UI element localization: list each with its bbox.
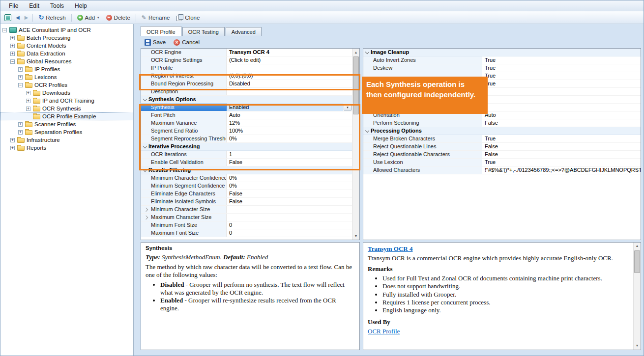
property-value[interactable]: True [482,72,641,80]
rename-button[interactable]: ✎ Rename [138,13,174,23]
tree-item-ocr-synthesis[interactable]: +OCR Synthesis [0,105,133,112]
default-value-link[interactable]: Enabled [247,253,268,261]
tree-item-data-extraction[interactable]: +Data Extraction [0,50,133,57]
tree-item-ocr-profiles[interactable]: −OCR Profiles [0,81,133,89]
property-value[interactable]: True [482,64,641,72]
property-value[interactable]: False [227,190,352,197]
property-value[interactable] [482,104,641,111]
property-row-region-of-interest[interactable]: Region of Interest(0,0):(0,0) [141,72,352,80]
property-value[interactable]: Auto [227,111,352,119]
property-row-segment-reprocessing-thresho[interactable]: Segment Reprocessing Thresho0% [141,135,352,143]
property-row-font-pitch[interactable]: Font PitchAuto [141,111,352,119]
property-value[interactable]: 0 [227,221,352,229]
tree-item-lexicons[interactable]: +Lexicons [0,73,133,81]
property-value[interactable]: Transym OCR 4 [227,49,352,56]
expand-icon[interactable]: + [18,122,23,127]
refresh-button[interactable]: ↻ Refresh [35,13,69,22]
expand-icon[interactable]: + [10,44,15,48]
tree-item-scanner-profiles[interactable]: +Scanner Profiles [0,120,133,128]
chevron-right-icon[interactable] [144,207,148,211]
property-value[interactable]: False [227,159,352,166]
property-row-reject-questionable-characters[interactable]: Reject Questionable CharactersFalse [363,151,641,159]
property-row-minimum-font-size[interactable]: Minimum Font Size0 [141,221,352,229]
property-row-eliminate-isolated-symbols[interactable]: Eliminate Isolated SymbolsFalse [141,198,352,206]
property-value[interactable]: True [482,159,641,166]
expand-icon[interactable]: + [26,91,30,95]
property-row-image-cleanup[interactable]: Image Cleanup [363,49,641,56]
scroll-thumb[interactable] [353,56,359,114]
property-row-segment-end-ratio[interactable]: Segment End Ratio100% [141,127,352,135]
property-value[interactable] [482,88,641,95]
property-value[interactable]: Auto [482,111,641,119]
scroll-up-icon[interactable]: ▲ [352,49,359,56]
dropdown-button[interactable]: ▾ [344,104,351,110]
clone-button[interactable]: Clone [173,13,203,22]
property-row-synthesis-options[interactable]: Synthesis Options [141,96,352,104]
left-grid-scrollbar[interactable]: ▲ ▼ [352,49,359,240]
scroll-down-icon[interactable]: ▼ [634,342,641,350]
engine-title-link[interactable]: Transym OCR 4 [368,245,629,253]
menu-edit[interactable]: Edit [24,1,45,11]
property-row-deskew[interactable]: DeskewTrue [363,64,641,72]
property-row-ocr-engine[interactable]: OCR EngineTransym OCR 4 [141,49,352,56]
property-row-minimum-character-size[interactable]: Minimum Character Size [141,206,352,214]
panel-toggle-icon[interactable] [4,14,11,21]
property-row-description[interactable]: Description [141,88,352,96]
property-value[interactable]: True [482,135,641,142]
menu-tools[interactable]: Tools [45,1,69,11]
property-row-use-lexicon[interactable]: Use LexiconTrue [363,159,641,166]
type-enum-link[interactable]: SynthesisMethodEnum [162,253,220,261]
expand-icon[interactable]: + [10,52,15,56]
tree-item-content-models[interactable]: +Content Models [0,42,133,50]
scroll-thumb[interactable] [634,250,640,273]
tree-item-ip-profiles[interactable]: +IP Profiles [0,65,133,73]
back-button[interactable]: ◀ [13,14,22,21]
property-value[interactable]: (0,0):(0,0) [227,72,352,80]
expand-icon[interactable]: + [10,138,15,142]
collapse-icon[interactable]: − [2,28,7,32]
property-value[interactable]: True [482,56,641,64]
property-value[interactable]: True [482,80,641,87]
property-value[interactable]: Disabled [227,80,352,87]
property-row-auto-invert-zones[interactable]: Auto Invert ZonesTrue [363,56,641,64]
property-value[interactable] [227,88,352,95]
property-row-allowed-characters[interactable]: Allowed Characters!"#$%&'()*+,-./0123456… [363,166,641,174]
add-button[interactable]: + Add ▾ [74,13,103,22]
property-row-minimum-character-confidence[interactable]: Minimum Character Confidence0% [141,174,352,182]
property-row-ocr-engine-settings[interactable]: OCR Engine Settings(Click to edit) [141,56,352,64]
property-value[interactable] [227,214,352,221]
menu-file[interactable]: File [3,1,24,11]
property-value[interactable]: 0% [227,182,352,190]
tree-item-ace-consultant-ip-and-ocr[interactable]: −ACE Consultant IP and OCR [0,26,133,34]
property-value[interactable]: 0 [227,229,352,237]
property-row-bound-region-processing[interactable]: Bound Region ProcessingDisabled [141,80,352,88]
tree-item-global-resources[interactable]: −Global Resources [0,57,133,65]
property-row-results-filtering[interactable]: Results Filtering [141,166,352,174]
tree-item-reports[interactable]: +Reports [0,144,133,152]
property-value[interactable]: False [482,151,641,158]
scroll-down-icon[interactable]: ▼ [352,232,359,240]
property-value[interactable]: !"#$%&'()*+,-./0123456789:;<=>?@ABCDEFGH… [482,166,641,174]
expand-icon[interactable]: + [10,146,15,150]
tab-advanced[interactable]: Advanced [226,27,262,36]
property-value[interactable]: 0% [227,174,352,182]
tree-item-infrastructure[interactable]: +Infrastructure [0,136,133,144]
property-row-reject-questionable-lines[interactable]: Reject Questionable LinesFalse [363,143,641,151]
property-row-maximum-character-size[interactable]: Maximum Character Size [141,214,352,221]
tree-item-batch-processing[interactable]: +Batch Processing [0,34,133,42]
scroll-up-icon[interactable]: ▲ [634,243,641,250]
property-value[interactable]: False [482,119,641,127]
tab-ocr-testing[interactable]: OCR Testing [182,27,225,36]
property-row-iterative-processing[interactable]: Iterative Processing [141,143,352,151]
tree-item-ip-and-ocr-training[interactable]: +IP and OCR Training [0,97,133,105]
property-value[interactable]: 100% [227,127,352,135]
tab-ocr-profile[interactable]: OCR Profile [141,26,181,36]
property-row-perform-sectioning[interactable]: Perform SectioningFalse [363,119,641,127]
expand-icon[interactable]: + [18,67,23,72]
tree-item-separation-profiles[interactable]: +Separation Profiles [0,128,133,136]
property-row-ip-profile[interactable]: IP Profile [141,64,352,72]
property-value[interactable] [227,206,352,213]
expand-icon[interactable]: + [26,107,30,111]
property-row-ocr-iterations[interactable]: OCR Iterations1 [141,151,352,159]
property-value[interactable]: False [227,198,352,205]
